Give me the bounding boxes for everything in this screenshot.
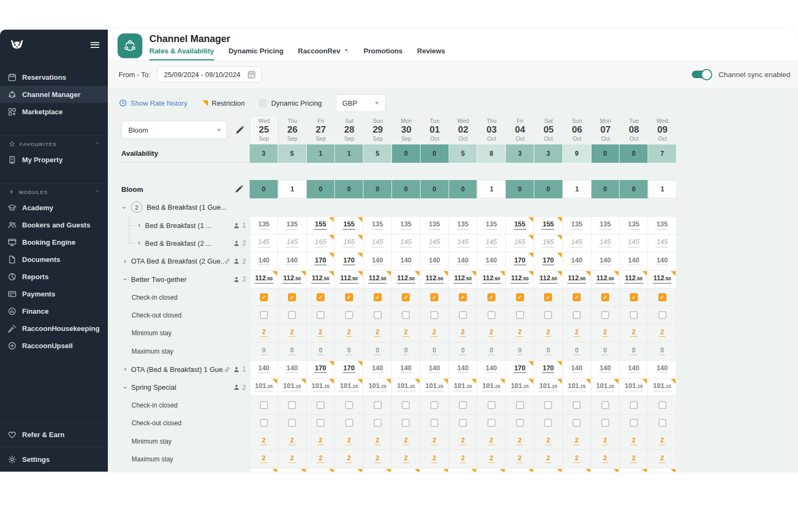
rate-cell[interactable]: 112.50 <box>591 271 620 288</box>
stay-value[interactable]: 0 <box>459 347 466 355</box>
unchecked-checkbox[interactable] <box>573 311 581 319</box>
room-availability-cell[interactable]: 0 <box>307 180 335 198</box>
stay-value[interactable]: 0 <box>545 347 552 355</box>
stay-value[interactable]: 0 <box>288 347 295 355</box>
checked-checkbox[interactable] <box>260 293 268 301</box>
rate-cell[interactable]: 135 <box>449 216 478 234</box>
date-column-header[interactable]: Sat05Oct <box>534 115 563 144</box>
rate-cell[interactable]: 101.25 <box>506 378 534 396</box>
rate-cell[interactable]: 140 <box>278 361 307 378</box>
unchecked-checkbox[interactable] <box>317 311 325 319</box>
checked-checkbox[interactable] <box>487 293 496 301</box>
room-availability-cell[interactable]: 1 <box>648 180 677 198</box>
unchecked-checkbox[interactable] <box>630 311 638 319</box>
sidebar-item-bookers-and-guests[interactable]: Bookers and Guests <box>0 216 108 233</box>
stay-value[interactable]: 2 <box>374 329 381 337</box>
rate-cell[interactable]: 145 <box>563 234 591 252</box>
sidebar-item-academy[interactable]: Academy <box>0 199 108 216</box>
rate-cell[interactable]: 145 <box>363 234 392 252</box>
rate-cell[interactable]: 101.25 <box>335 378 363 396</box>
date-range-input[interactable]: 25/09/2024 - 09/10/2024 <box>157 66 262 82</box>
unchecked-checkbox[interactable] <box>260 419 268 427</box>
sidebar-section-favourites[interactable]: FAVOURITES <box>0 136 108 151</box>
rate-cell[interactable]: 140 <box>648 252 677 270</box>
rate-cell[interactable]: 140 <box>591 252 620 270</box>
rate-cell[interactable]: 145 <box>591 234 620 252</box>
dynamic-pricing-checkbox[interactable]: Dynamic Pricing <box>259 99 322 107</box>
rate-cell[interactable]: 165 <box>307 234 335 252</box>
rate-cell[interactable]: 140 <box>392 361 421 378</box>
checked-checkbox[interactable] <box>345 293 353 301</box>
currency-select[interactable]: GBP <box>336 94 386 112</box>
unchecked-checkbox[interactable] <box>260 401 268 409</box>
channel-sync-toggle[interactable] <box>692 71 711 78</box>
stay-value[interactable]: 2 <box>346 455 353 463</box>
sidebar-item-settings[interactable]: Settings <box>0 447 108 472</box>
stay-value[interactable]: 2 <box>488 437 495 445</box>
checked-checkbox[interactable] <box>601 293 609 301</box>
stay-value[interactable]: 2 <box>317 329 324 337</box>
unchecked-checkbox[interactable] <box>544 311 552 319</box>
rate-cell[interactable] <box>278 468 307 472</box>
rate-cell[interactable]: 170 <box>307 361 335 378</box>
rate-cell[interactable]: 140 <box>421 361 449 378</box>
stay-value[interactable]: 2 <box>459 329 466 337</box>
tab-rates-availability[interactable]: Rates & Availability <box>149 47 214 61</box>
rate-cell[interactable]: 170 <box>335 361 363 378</box>
stay-value[interactable]: 2 <box>288 437 295 445</box>
unchecked-checkbox[interactable] <box>260 311 268 319</box>
checked-checkbox[interactable] <box>402 293 410 301</box>
rate-cell[interactable] <box>534 468 563 472</box>
rate-cell[interactable] <box>477 468 506 472</box>
stay-value[interactable]: 2 <box>403 329 410 337</box>
unchecked-checkbox[interactable] <box>459 401 467 409</box>
rate-cell[interactable]: 112.50 <box>506 271 534 288</box>
unchecked-checkbox[interactable] <box>345 311 353 319</box>
rate-cell[interactable]: 140 <box>250 361 278 378</box>
checked-checkbox[interactable] <box>459 293 467 301</box>
rate-cell[interactable]: 135 <box>392 216 421 234</box>
rate-cell[interactable]: 140 <box>278 252 307 270</box>
tab-reviews[interactable]: Reviews <box>417 47 445 61</box>
stay-value[interactable]: 2 <box>630 455 637 463</box>
rate-cell[interactable]: 135 <box>591 216 620 234</box>
rate-cell[interactable]: 165 <box>335 234 363 252</box>
stay-value[interactable]: 2 <box>517 437 524 445</box>
rate-cell[interactable]: 112.50 <box>307 271 335 288</box>
stay-value[interactable]: 0 <box>602 347 609 355</box>
rate-cell[interactable]: 112.50 <box>335 271 363 288</box>
unchecked-checkbox[interactable] <box>459 311 467 319</box>
rate-cell[interactable]: 112.50 <box>250 271 278 288</box>
rate-cell[interactable] <box>392 468 421 472</box>
checked-checkbox[interactable] <box>430 293 438 301</box>
stay-value[interactable]: 0 <box>403 347 410 355</box>
date-column-header[interactable]: Thu26Sep <box>278 115 307 144</box>
stay-value[interactable]: 0 <box>260 347 267 355</box>
rate-cell[interactable]: 135 <box>421 216 449 234</box>
stay-value[interactable]: 2 <box>346 329 353 337</box>
room-availability-cell[interactable]: 0 <box>363 180 392 198</box>
unchecked-checkbox[interactable] <box>601 419 609 427</box>
calendar-icon[interactable] <box>247 70 256 79</box>
rate-cell[interactable]: 101.25 <box>648 378 677 396</box>
unchecked-checkbox[interactable] <box>573 401 581 409</box>
stay-value[interactable]: 2 <box>403 437 410 445</box>
edit-pencil-icon[interactable] <box>235 126 244 135</box>
sidebar-item-my-property[interactable]: My Property <box>0 151 108 168</box>
sidebar-item-raccoonupsell[interactable]: RaccoonUpsell <box>0 337 108 354</box>
rate-cell[interactable]: 112.50 <box>477 271 506 288</box>
rate-cell[interactable] <box>591 468 620 472</box>
sidebar-item-finance[interactable]: Finance <box>0 302 108 320</box>
sidebar-item-raccoonhousekeeping[interactable]: RaccoonHousekeeping <box>0 320 108 337</box>
stay-value[interactable]: 2 <box>374 455 381 463</box>
rate-cell[interactable]: 140 <box>620 252 648 270</box>
unchecked-checkbox[interactable] <box>573 419 581 427</box>
stay-value[interactable]: 2 <box>488 329 495 337</box>
unchecked-checkbox[interactable] <box>374 401 382 409</box>
rate-cell[interactable]: 145 <box>278 234 307 252</box>
stay-value[interactable]: 2 <box>602 455 609 463</box>
rate-cell[interactable]: 170 <box>506 361 534 378</box>
rate-cell[interactable]: 165 <box>534 234 563 252</box>
tab-dynamic-pricing[interactable]: Dynamic Pricing <box>229 47 284 61</box>
unchecked-checkbox[interactable] <box>374 311 382 319</box>
